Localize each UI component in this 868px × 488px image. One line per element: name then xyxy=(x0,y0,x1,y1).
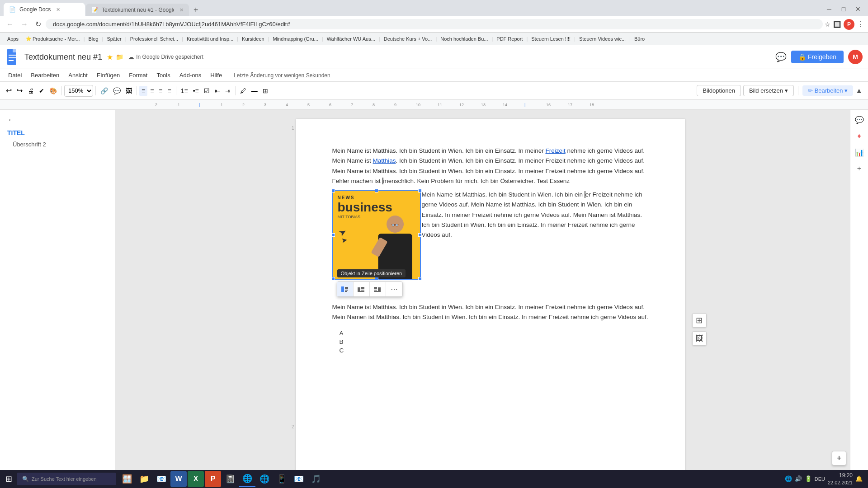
outline-back[interactable]: ← xyxy=(0,113,115,127)
right-comments-icon[interactable]: 💬 xyxy=(853,113,866,126)
print-button[interactable]: 🖨 xyxy=(25,86,36,96)
align-right-button[interactable]: ≡ xyxy=(156,86,165,96)
taskbar-app-word[interactable]: W xyxy=(170,471,187,487)
image-options-button[interactable]: Bildoptionen xyxy=(697,85,741,96)
taskbar-app-excel[interactable]: X xyxy=(188,471,204,487)
bookmark-12[interactable]: Steuern Lesen !!!! xyxy=(528,35,573,42)
taskbar-app-powerpoint[interactable]: P xyxy=(205,471,221,487)
bookmark-9[interactable]: Deutsche Kurs + Vo... xyxy=(381,35,435,42)
edit-button[interactable]: ✏ Bearbeiten ▾ xyxy=(802,85,854,96)
bookmark-5[interactable]: Kreativität und Insp... xyxy=(184,35,236,42)
lang-indicator[interactable]: DEU xyxy=(815,476,825,482)
link-freizeit[interactable]: Freizeit xyxy=(545,147,565,154)
paint-format-button[interactable]: 🎨 xyxy=(47,86,59,96)
bookmark-10[interactable]: Noch hochladen Bu... xyxy=(438,35,491,42)
folder-icon[interactable]: 📁 xyxy=(116,53,123,61)
menu-einfuegen[interactable]: Einfügen xyxy=(92,71,124,80)
bookmark-1[interactable]: ⭐Produktsuche - Mer... xyxy=(23,35,83,42)
last-save[interactable]: Letzte Änderung vor wenigen Sekunden xyxy=(234,72,330,79)
docs-title[interactable]: Textdokument neu #1 xyxy=(24,52,102,62)
menu-ansicht[interactable]: Ansicht xyxy=(64,71,92,80)
taskbar-app-spotify[interactable]: 🎵 xyxy=(308,471,324,487)
tab-active[interactable]: 📄 Google Docs ✕ xyxy=(4,3,85,16)
collapse-toolbar-button[interactable]: ▲ xyxy=(854,87,864,95)
align-center-button[interactable]: ≡ xyxy=(148,86,156,96)
bookmark-6[interactable]: Kursideen xyxy=(239,35,267,42)
back-button[interactable]: ← xyxy=(4,19,16,29)
profile-icon[interactable]: P xyxy=(844,19,854,30)
column-button[interactable]: ⊞ xyxy=(260,86,270,96)
add-block-button[interactable]: ⊞ xyxy=(692,313,707,328)
handle-top-middle[interactable] xyxy=(375,189,378,192)
taskbar-clock[interactable]: 19:20 22.02.2021 xyxy=(828,472,853,486)
taskbar-app-mail[interactable]: 📧 xyxy=(153,471,170,487)
comment-icon[interactable]: 💬 xyxy=(775,52,787,62)
wrap-right-button[interactable] xyxy=(370,282,386,296)
taskbar-app-phone[interactable]: 📱 xyxy=(274,471,290,487)
more-options-button[interactable]: ⋯ xyxy=(386,282,402,296)
search-bar[interactable]: 🔍 Zur Suche Text hier eingeben xyxy=(17,473,116,485)
notifications-icon[interactable]: 🔔 xyxy=(855,475,863,482)
bookmark-3[interactable]: Später xyxy=(104,35,124,42)
handle-middle-left[interactable] xyxy=(331,233,335,237)
bookmark-7[interactable]: Mindmapping (Gru... xyxy=(270,35,321,42)
more-formatting-button[interactable]: — xyxy=(249,86,260,96)
bookmark-2[interactable]: Blog xyxy=(85,35,101,42)
comment-toolbar-button[interactable]: 💬 xyxy=(111,86,123,96)
inline-position-button[interactable] xyxy=(337,282,354,296)
zoom-select[interactable]: 150% xyxy=(64,85,93,97)
taskbar-app-teams[interactable]: 📧 xyxy=(291,471,307,487)
undo-button[interactable]: ↩ xyxy=(4,85,14,96)
menu-datei[interactable]: Datei xyxy=(4,71,26,80)
minimize-button[interactable]: ─ xyxy=(823,4,835,14)
document-scroll-area[interactable]: 1 2 Mein Name ist Matthias. Ich bin Stud… xyxy=(115,110,850,470)
bookmark-8[interactable]: Wahlfächer WU Aus... xyxy=(324,35,378,42)
increase-indent-button[interactable]: ⇥ xyxy=(223,86,233,96)
numbered-list-button[interactable]: 1≡ xyxy=(179,86,190,96)
taskbar-app-taskview[interactable]: 🪟 xyxy=(119,471,135,487)
user-avatar[interactable]: M xyxy=(848,50,863,64)
star-icon[interactable]: ★ xyxy=(107,53,113,61)
tab-close-1[interactable]: ✕ xyxy=(56,7,60,13)
menu-bearbeiten[interactable]: Bearbeiten xyxy=(26,71,64,80)
bookmark-14[interactable]: Büro xyxy=(632,35,647,42)
redo-button[interactable]: ↪ xyxy=(14,85,25,96)
network-icon[interactable]: 🌐 xyxy=(785,475,792,482)
image-button[interactable]: 🖼 xyxy=(123,86,134,96)
start-button[interactable]: ⊞ xyxy=(2,474,16,484)
bottom-right-add-button[interactable]: + xyxy=(832,451,846,465)
bookmark-11[interactable]: PDF Report xyxy=(494,35,525,42)
bullet-list-button[interactable]: •≡ xyxy=(191,86,201,96)
share-button[interactable]: 🔒 Freigeben xyxy=(791,51,844,63)
forward-button[interactable]: → xyxy=(18,19,31,29)
taskbar-app-onenote[interactable]: 📓 xyxy=(222,471,238,487)
add-image-inline-button[interactable]: 🖼 xyxy=(692,331,707,346)
menu-format[interactable]: Format xyxy=(124,71,152,80)
menu-tools[interactable]: Tools xyxy=(152,71,175,80)
image-selected[interactable]: NEWS business MIT TOBIAS ➤ ➤ xyxy=(332,190,421,280)
right-format-icon[interactable]: ♦ xyxy=(853,130,866,142)
outline-heading2[interactable]: Überschrift 2 xyxy=(0,139,115,150)
handle-bottom-left[interactable] xyxy=(331,277,335,281)
handle-top-left[interactable] xyxy=(331,189,335,192)
maximize-button[interactable]: □ xyxy=(837,4,850,14)
replace-image-button[interactable]: Bild ersetzen ▾ xyxy=(743,85,794,96)
taskbar-app-chrome[interactable]: 🌐 xyxy=(239,471,255,487)
right-add-icon[interactable]: + xyxy=(853,162,866,175)
close-button[interactable]: ✕ xyxy=(852,4,864,14)
tab-close-2[interactable]: ✕ xyxy=(179,7,184,13)
bookmark-apps[interactable]: Apps xyxy=(4,35,22,42)
wrap-left-button[interactable] xyxy=(354,282,370,296)
url-input[interactable] xyxy=(46,19,823,29)
checklist-button[interactable]: ☑ xyxy=(202,86,212,96)
spellcheck-button[interactable]: ✔ xyxy=(37,86,47,96)
link-button[interactable]: 🔗 xyxy=(98,86,110,96)
align-left-button[interactable]: ≡ xyxy=(139,86,147,96)
tab-inactive[interactable]: 📝 Textdokument neu #1 - Google ... ✕ xyxy=(86,4,189,16)
extensions-icon[interactable]: 🔲 xyxy=(833,21,841,28)
battery-icon[interactable]: 🔋 xyxy=(805,475,812,482)
bookmark-4[interactable]: Professionell Schrei... xyxy=(127,35,181,42)
decrease-indent-button[interactable]: ⇤ xyxy=(212,86,222,96)
handle-bottom-middle[interactable] xyxy=(375,277,378,281)
new-tab-button[interactable]: + xyxy=(190,4,202,16)
